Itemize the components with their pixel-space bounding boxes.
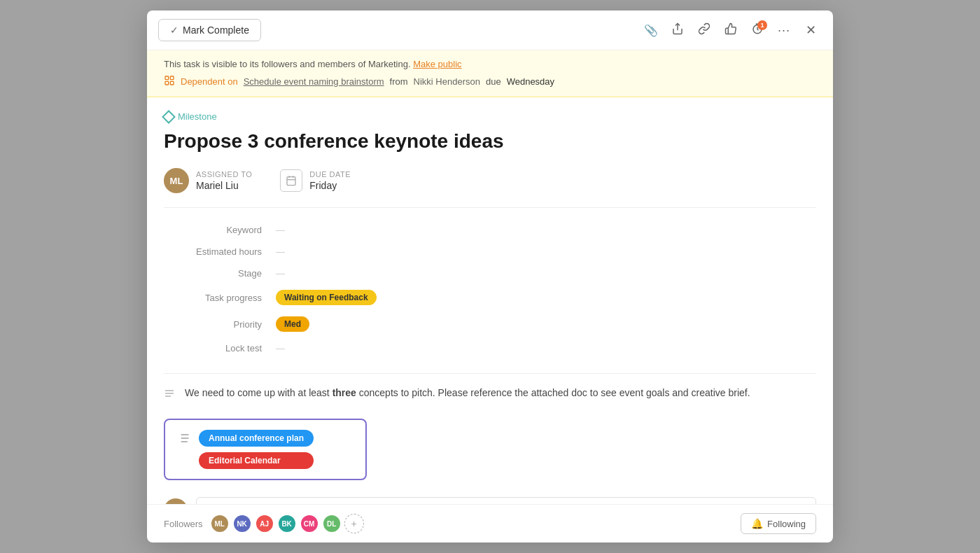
- field-label: Estimated hours: [164, 241, 276, 262]
- task-modal: ✓ Mark Complete 📎: [147, 10, 833, 542]
- desc-text-bold: three: [332, 387, 356, 398]
- milestone-label: Milestone: [164, 111, 816, 122]
- due-date-info: Due Date Friday: [309, 170, 351, 191]
- field-value: —: [276, 241, 816, 262]
- desc-text-before: We need to come up with at least: [185, 387, 332, 398]
- svg-rect-6: [287, 177, 295, 186]
- dependent-label: Dependent on: [181, 76, 238, 87]
- dependent-due-date: Wednesday: [507, 76, 554, 87]
- table-row: Stage—: [164, 262, 816, 284]
- desc-text-after: concepts to pitch. Please reference the …: [356, 387, 750, 398]
- dependent-person: Nikki Henderson: [414, 76, 480, 87]
- assignee-name: Mariel Liu: [196, 180, 252, 191]
- attachment-icon: 📎: [644, 24, 658, 37]
- follower-avatar: ML: [210, 514, 230, 533]
- follower-avatar: AJ: [255, 514, 274, 533]
- share-icon: [671, 22, 684, 38]
- timer-button[interactable]: 1: [746, 19, 769, 41]
- more-button[interactable]: ···: [773, 19, 795, 41]
- field-label: Keyword: [164, 219, 276, 241]
- calendar-icon: [280, 169, 302, 192]
- make-public-link[interactable]: Make public: [413, 59, 461, 69]
- description-icon: [164, 386, 175, 405]
- due-date-value: Friday: [309, 180, 351, 191]
- attachment-tag[interactable]: Editorial Calendar: [199, 452, 314, 469]
- follower-avatar: CM: [300, 514, 319, 533]
- close-button[interactable]: ✕: [799, 19, 822, 41]
- table-row: Keyword—: [164, 219, 816, 241]
- close-icon: ✕: [806, 22, 816, 38]
- field-value: —: [276, 219, 816, 241]
- table-row: PriorityMed: [164, 311, 816, 337]
- check-icon: ✓: [170, 24, 178, 36]
- modal-overlay: ✓ Mark Complete 📎: [0, 0, 980, 553]
- divider-2: [164, 373, 816, 374]
- dependency-icon: [164, 75, 175, 88]
- svg-rect-4: [170, 81, 174, 85]
- table-row: Estimated hours—: [164, 241, 816, 262]
- mark-complete-button[interactable]: ✓ Mark Complete: [158, 19, 261, 41]
- following-button[interactable]: 🔔 Following: [741, 513, 816, 534]
- assignee-info: Assigned To Mariel Liu: [196, 170, 252, 191]
- divider-1: [164, 207, 816, 208]
- attachment-button[interactable]: 📎: [640, 19, 662, 41]
- svg-rect-5: [165, 81, 169, 85]
- like-icon: [724, 22, 737, 38]
- followers-label: Followers: [164, 519, 203, 529]
- due-label: due: [486, 76, 501, 87]
- fields-table: Keyword—Estimated hours—Stage—Task progr…: [164, 219, 816, 359]
- notice-banner: This task is visible to its followers an…: [147, 50, 833, 97]
- header-actions: 📎: [640, 19, 822, 41]
- followers-row: Followers MLNKAJBKCMDL + 🔔 Following: [147, 504, 833, 542]
- task-title: Propose 3 conference keynote ideas: [164, 129, 816, 154]
- assigned-to-label: Assigned To: [196, 170, 252, 178]
- priority-badge: Med: [276, 316, 309, 332]
- table-row: Lock test—: [164, 337, 816, 359]
- svg-rect-3: [170, 76, 174, 80]
- attachments-list-icon: [176, 431, 190, 449]
- attachments-card[interactable]: Annual conference planEditorial Calendar: [164, 419, 367, 480]
- field-label: Lock test: [164, 337, 276, 359]
- bell-icon: 🔔: [751, 518, 763, 529]
- attachment-tag[interactable]: Annual conference plan: [199, 430, 314, 447]
- dependent-row: Dependent on Schedule event naming brain…: [164, 75, 816, 88]
- follower-avatar: DL: [322, 514, 342, 533]
- more-icon: ···: [778, 23, 790, 38]
- followers-left: Followers MLNKAJBKCMDL +: [164, 514, 364, 533]
- comment-input[interactable]: [196, 497, 816, 504]
- add-follower-button[interactable]: +: [344, 514, 364, 533]
- svg-rect-2: [165, 76, 169, 80]
- field-value: Waiting on Feedback: [276, 284, 816, 311]
- modal-header: ✓ Mark Complete 📎: [147, 10, 833, 50]
- mark-complete-label: Mark Complete: [183, 24, 249, 36]
- field-label: Task progress: [164, 284, 276, 311]
- assignee-avatar: ML: [164, 168, 189, 193]
- follower-avatar: BK: [277, 514, 297, 533]
- comment-user-avatar: ML: [164, 498, 188, 504]
- notice-text: This task is visible to its followers an…: [164, 59, 816, 69]
- milestone-diamond-icon: [162, 110, 176, 124]
- due-date-label: Due Date: [309, 170, 351, 178]
- share-button[interactable]: [666, 19, 689, 41]
- table-row: Task progressWaiting on Feedback: [164, 284, 816, 311]
- attach-tags-container: Annual conference planEditorial Calendar: [199, 430, 314, 469]
- field-value: —: [276, 337, 816, 359]
- followers-avatars: MLNKAJBKCMDL: [210, 514, 342, 533]
- task-progress-badge: Waiting on Feedback: [276, 290, 377, 305]
- field-label: Priority: [164, 311, 276, 337]
- link-icon: [698, 22, 710, 38]
- like-button[interactable]: [720, 19, 742, 41]
- notice-main-text: This task is visible to its followers an…: [164, 59, 411, 69]
- following-label: Following: [767, 519, 806, 529]
- field-value: —: [276, 262, 816, 284]
- dependent-task-link[interactable]: Schedule event naming brainstorm: [244, 76, 384, 87]
- due-date-item: Due Date Friday: [280, 169, 351, 192]
- assigned-to-item: ML Assigned To Mariel Liu: [164, 168, 252, 193]
- milestone-text: Milestone: [178, 111, 217, 122]
- link-button[interactable]: [693, 19, 715, 41]
- follower-avatar: NK: [232, 514, 252, 533]
- from-label: from: [390, 76, 408, 87]
- field-value: Med: [276, 311, 816, 337]
- timer-badge: 1: [757, 20, 767, 30]
- meta-row: ML Assigned To Mariel Liu: [164, 168, 816, 193]
